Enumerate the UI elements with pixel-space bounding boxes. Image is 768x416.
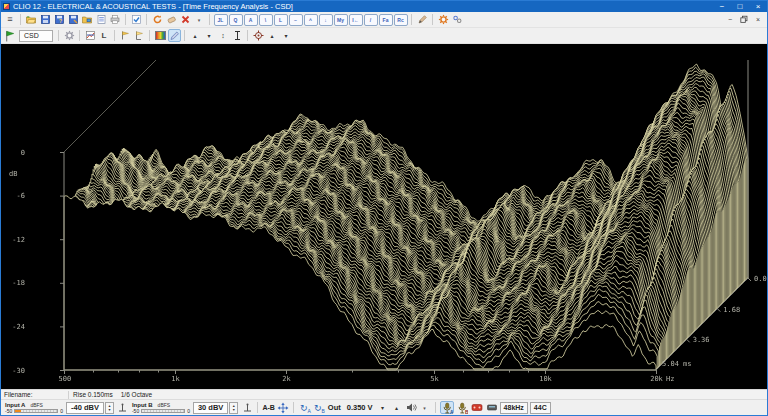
output-label: Out [328, 403, 341, 412]
toolbar-separator [79, 30, 80, 41]
toolbar-separator [432, 14, 433, 25]
toolbar-separator [146, 14, 147, 25]
save-file-button[interactable] [39, 13, 52, 26]
rise-time-label: Rise 0.150ms [73, 391, 113, 398]
wave-capture-button[interactable]: My [334, 14, 348, 26]
speaker-output-icon[interactable] [405, 401, 417, 414]
output-level-up-button[interactable]: ▴ [391, 401, 403, 414]
toolbar-separator [184, 30, 185, 41]
input-b-meter-min: -50 [132, 408, 139, 414]
print-button[interactable] [109, 13, 122, 26]
linearity-distortion-button[interactable]: L [274, 14, 288, 26]
start-measurement-flag-button[interactable] [4, 29, 17, 42]
time-frequency-button[interactable]: / [364, 14, 378, 26]
toolbar-row1-items: ≡?▾JLQA\L~^↓MyI←/FaRc [3, 13, 464, 26]
acoustical-parameters-button[interactable]: ^ [304, 14, 318, 26]
options-button[interactable] [130, 13, 143, 26]
input-a-meter: Input AdBFS -500 [5, 402, 63, 414]
leq-analysis-button[interactable]: ↓ [319, 14, 333, 26]
save-as-button[interactable]: ? [53, 13, 66, 26]
erase-button[interactable] [165, 13, 178, 26]
shift-curve-up-button[interactable]: ▴ [189, 29, 202, 42]
toolbar-separator [149, 30, 150, 41]
clio-hardware-icon[interactable] [470, 401, 483, 414]
input-ab-link-button[interactable]: A-B [262, 401, 274, 414]
qc-device-icon[interactable] [485, 401, 498, 414]
multimeter-button[interactable]: \ [259, 14, 273, 26]
close-button[interactable]: × [749, 1, 767, 12]
minimize-button[interactable]: − [713, 1, 731, 12]
status-divider [68, 391, 69, 399]
toolbar-separator [58, 30, 59, 41]
frequency-response-button[interactable]: ~ [289, 14, 303, 26]
toolbar-separator [114, 30, 115, 41]
sample-rate-box: 48kHz [500, 402, 528, 414]
previous-curve-button[interactable]: ▴ [266, 29, 279, 42]
toolbar-separator [209, 14, 210, 25]
main-menu-button[interactable]: ≡ [4, 13, 17, 26]
export-file-button[interactable] [67, 13, 80, 26]
main-toolbar: ≡?▾JLQA\L~^↓MyI←/FaRc −× [1, 12, 767, 28]
toolbar-separator [411, 14, 412, 25]
wow-flutter-button[interactable]: I← [349, 14, 363, 26]
qc-button[interactable]: Rc [394, 14, 408, 26]
status-separator [257, 402, 258, 413]
input-b-sensitivity-spinner[interactable]: ▴▾ [229, 402, 238, 414]
shift-curve-down-button[interactable]: ▾ [203, 29, 216, 42]
maximize-button[interactable]: □ [731, 1, 749, 12]
mic-a-icon[interactable]: A [440, 401, 454, 414]
settings-gear-button[interactable] [437, 13, 450, 26]
status-info-row: Filename: Rise 0.150ms 1/6 Octave [1, 389, 767, 399]
app-icon [3, 3, 10, 10]
hardware-settings-button[interactable] [451, 13, 464, 26]
clio-application-window: CLIO 12 - ELECTRICAL & ACOUSTICAL TESTS … [0, 0, 768, 416]
expand-scale-button[interactable]: ↕ [217, 29, 230, 42]
loop-input-a-button[interactable]: ↻A [298, 401, 310, 414]
input-a-meter-bar [14, 409, 58, 413]
annotate-pencil-button[interactable] [416, 13, 429, 26]
next-curve-button[interactable]: ▾ [280, 29, 293, 42]
mdi-minimize-button[interactable]: − [724, 13, 737, 26]
input-b-sensitivity-button[interactable]: 30 dBV [193, 402, 228, 414]
status-separator [293, 402, 294, 413]
input-b-autorange-icon[interactable] [241, 401, 253, 414]
toolbar-row2-items: CSDL▴▾↕▴▾ [3, 29, 293, 42]
input-a-autorange-icon[interactable] [117, 401, 129, 414]
loop-input-b-button[interactable]: ↻B [312, 401, 324, 414]
refresh-button[interactable] [151, 13, 164, 26]
mdi-close-button[interactable]: × [752, 13, 765, 26]
analysis-type-combo[interactable]: CSD [19, 30, 53, 42]
draw-mode-button[interactable] [168, 29, 181, 42]
input-a-sensitivity-spinner[interactable]: ▴▾ [105, 402, 114, 414]
cursor-target-button[interactable] [252, 29, 265, 42]
input-a-sensitivity-button[interactable]: -40 dBV [66, 402, 104, 414]
autoscale-arrows-icon[interactable] [277, 401, 289, 414]
analysis-toolbar: CSDL▴▾↕▴▾ [1, 28, 767, 44]
mls-analysis-button[interactable]: Q [229, 14, 243, 26]
mic-b-icon[interactable]: B [456, 401, 468, 414]
sinusoidal-analysis-button[interactable]: A [244, 14, 258, 26]
marker-a-flag-button[interactable] [119, 29, 132, 42]
csd-waterfall-canvas[interactable] [1, 44, 767, 389]
graph-display-button[interactable] [84, 29, 97, 42]
open-gallery-button[interactable] [81, 13, 94, 26]
mdi-restore-button[interactable] [738, 13, 751, 26]
scale-mode-button[interactable]: L [98, 29, 111, 42]
fft-analysis-button[interactable]: JL [214, 14, 228, 26]
clipboard-button[interactable] [95, 13, 108, 26]
mdi-window-controls: −× [723, 13, 765, 26]
csd-settings-gear-button[interactable] [63, 29, 76, 42]
open-file-button[interactable] [25, 13, 38, 26]
color-palette-button[interactable] [154, 29, 167, 42]
marker-b-flag-button[interactable] [133, 29, 146, 42]
fit-scale-button[interactable] [231, 29, 244, 42]
toolbar-separator [20, 14, 21, 25]
output-level-down-button[interactable]: ▾ [377, 401, 389, 414]
svg-text:B: B [465, 410, 468, 414]
delete-dropdown-arrow[interactable]: ▾ [193, 13, 206, 26]
directivity-button[interactable]: Fa [379, 14, 393, 26]
speaker-dropdown-arrow[interactable]: ▾ [419, 401, 431, 414]
delete-button[interactable] [179, 13, 192, 26]
svg-text:A: A [450, 410, 453, 414]
toolbar-separator [247, 30, 248, 41]
